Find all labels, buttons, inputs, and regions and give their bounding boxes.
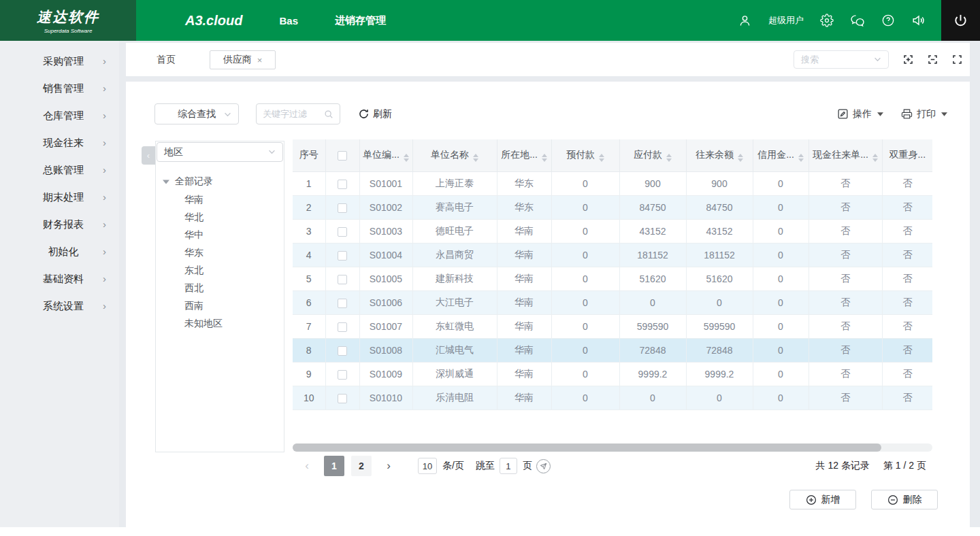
row-checkbox[interactable] — [338, 227, 347, 237]
collapse-minus-icon[interactable] — [927, 54, 938, 65]
caret-down-icon[interactable] — [163, 180, 169, 184]
sidebar-menu: 采购管理›销售管理›仓库管理›现金往来›总账管理›期末处理›财务报表›初始化›基… — [0, 41, 119, 527]
keyword-filter-input[interactable] — [263, 109, 324, 119]
column-header-prepaid[interactable]: 预付款 — [551, 139, 619, 171]
table-row[interactable]: 3S01003德旺电子华南043152431520否否 — [293, 219, 932, 243]
column-header-payable[interactable]: 应付款 — [619, 139, 686, 171]
chat-icon[interactable] — [850, 13, 865, 28]
row-checkbox[interactable] — [338, 251, 347, 261]
sort-icon[interactable] — [666, 154, 672, 162]
expand-plus-icon[interactable] — [902, 54, 914, 65]
sidebar-item[interactable]: 仓库管理› — [0, 102, 119, 129]
close-icon[interactable]: × — [257, 55, 263, 65]
logout-power-button[interactable] — [941, 0, 980, 41]
column-header-dual[interactable]: 双重身... — [882, 139, 932, 171]
tree-item[interactable]: 华北 — [163, 208, 284, 226]
next-page-button[interactable]: › — [384, 459, 393, 473]
sidebar-item[interactable]: 基础资料› — [0, 265, 119, 292]
page-size-input[interactable] — [418, 458, 437, 474]
row-checkbox[interactable] — [338, 203, 347, 213]
sort-icon[interactable] — [542, 154, 547, 162]
column-header-credit[interactable]: 信用金... — [753, 139, 808, 171]
sort-icon[interactable] — [404, 154, 409, 162]
sort-icon[interactable] — [872, 154, 878, 162]
brand-logo: 速达软件 Superdata Software — [0, 0, 136, 41]
current-user-name[interactable]: 超级用户 — [768, 14, 804, 27]
announcement-speaker-icon[interactable] — [911, 13, 926, 28]
table-row[interactable]: 7S01007东虹微电华南05995905995900否否 — [293, 314, 932, 338]
sort-icon[interactable] — [798, 154, 804, 162]
row-checkbox[interactable] — [338, 322, 347, 332]
scrollbar-thumb[interactable] — [293, 443, 881, 452]
region-filter-select[interactable]: 地区 — [157, 142, 283, 162]
help-icon[interactable] — [881, 14, 895, 27]
nav-product-a3cloud[interactable]: A3.cloud — [185, 13, 242, 29]
table-row[interactable]: 4S01004永昌商贸华南01811521811520否否 — [293, 243, 932, 267]
query-mode-select[interactable]: 综合查找 — [154, 103, 239, 124]
nav-item-invoicing[interactable]: 进销存管理 — [335, 14, 386, 27]
tree-collapse-handle[interactable]: ‹ — [142, 146, 155, 165]
row-checkbox[interactable] — [338, 299, 347, 308]
tree-item[interactable]: 东北 — [163, 261, 284, 279]
jump-go-button[interactable] — [536, 459, 551, 473]
table-row[interactable]: 2S01002赛高电子华东084750847500否否 — [293, 195, 932, 219]
fullscreen-icon[interactable] — [951, 54, 963, 65]
table-row[interactable]: 8S01008汇城电气华南072848728480否否 — [293, 338, 932, 362]
gear-icon[interactable] — [820, 14, 834, 27]
tree-item[interactable]: 华东 — [163, 244, 284, 261]
row-checkbox[interactable] — [338, 180, 347, 189]
sidebar-item-label: 系统设置 — [43, 300, 84, 312]
tree-item[interactable]: 华中 — [163, 226, 284, 244]
select-all-checkbox[interactable] — [338, 151, 347, 161]
previous-page-button[interactable]: ‹ — [302, 459, 312, 473]
column-header-name[interactable]: 单位名称 — [412, 139, 497, 171]
tree-item[interactable]: 西南 — [163, 297, 284, 314]
tab-home[interactable]: 首页 — [157, 43, 176, 76]
jump-page-input[interactable] — [500, 458, 517, 474]
tree-item[interactable]: 华南 — [163, 190, 284, 208]
sort-icon[interactable] — [599, 154, 604, 162]
sort-icon[interactable] — [473, 154, 478, 162]
column-header-cash_doc[interactable]: 现金往来单... — [808, 139, 882, 171]
table-row[interactable]: 10S01010乐清电阻华南0000否否 — [293, 386, 932, 409]
table-row[interactable]: 9S01009深圳威通华南09999.29999.20否否 — [293, 362, 932, 386]
row-checkbox[interactable] — [338, 346, 347, 356]
row-checkbox[interactable] — [338, 370, 347, 380]
column-header-code[interactable]: 单位编... — [359, 139, 412, 171]
table-row[interactable]: 5S01005建新科技华南051620516200否否 — [293, 267, 932, 290]
row-index: 8 — [293, 338, 325, 362]
sidebar-item[interactable]: 财务报表› — [0, 211, 119, 238]
column-header-region[interactable]: 所在地... — [497, 139, 551, 171]
sidebar-item[interactable]: 现金往来› — [0, 129, 119, 156]
column-header-index[interactable]: 序号 — [293, 139, 325, 171]
horizontal-scrollbar[interactable] — [293, 443, 932, 452]
table-row[interactable]: 6S01006大江电子华南0000否否 — [293, 290, 932, 314]
sidebar-item[interactable]: 采购管理› — [0, 48, 119, 75]
add-button[interactable]: 新增 — [789, 490, 856, 509]
column-header-balance[interactable]: 往来余额 — [686, 139, 753, 171]
sidebar-item[interactable]: 总账管理› — [0, 156, 119, 184]
row-checkbox[interactable] — [338, 394, 347, 403]
tree-item[interactable]: 西北 — [163, 279, 284, 297]
row-checkbox[interactable] — [338, 275, 347, 284]
print-dropdown-button[interactable]: 打印 — [901, 108, 947, 120]
tab-supplier[interactable]: 供应商 × — [210, 50, 276, 69]
user-icon[interactable] — [738, 14, 752, 28]
column-header-checkbox[interactable] — [325, 139, 359, 171]
search-icon[interactable] — [324, 110, 333, 119]
page-button-1[interactable]: 1 — [324, 456, 344, 476]
sidebar-item[interactable]: 系统设置› — [0, 292, 119, 320]
refresh-button[interactable]: 刷新 — [359, 103, 392, 124]
sort-icon[interactable] — [738, 154, 743, 162]
table-row[interactable]: 1S01001上海正泰华东09009000否否 — [293, 171, 932, 195]
tree-item[interactable]: 未知地区 — [163, 314, 284, 332]
sidebar-item[interactable]: 期末处理› — [0, 184, 119, 211]
delete-button[interactable]: 删除 — [871, 490, 938, 509]
operate-dropdown-button[interactable]: 操作 — [837, 108, 883, 120]
tab-search-select[interactable]: 搜索 — [794, 50, 889, 69]
nav-item-bas[interactable]: Bas — [279, 15, 298, 27]
tree-root-item[interactable]: 全部记录 — [163, 173, 284, 190]
sidebar-item[interactable]: 销售管理› — [0, 75, 119, 102]
page-button-2[interactable]: 2 — [351, 456, 372, 476]
sidebar-item[interactable]: 初始化› — [0, 238, 119, 265]
